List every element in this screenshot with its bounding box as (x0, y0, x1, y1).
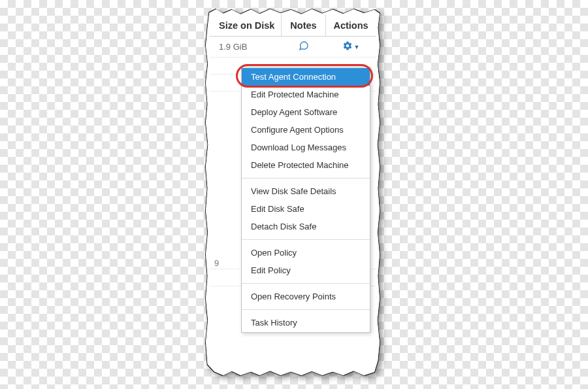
menu-separator (242, 239, 370, 240)
menu-separator (242, 309, 370, 310)
cell-size: 1.9 GiB (210, 37, 282, 57)
cell-actions[interactable]: ▼ (326, 37, 376, 57)
table-header: Size on Disk Notes Actions (210, 14, 376, 37)
actions-dropdown: Test Agent ConnectionEdit Protected Mach… (241, 67, 370, 333)
table-row: 1.9 GiB ▼ (210, 37, 376, 58)
panel-fragment: Size on Disk Notes Actions 1.9 GiB ▼ (206, 9, 380, 375)
menu-item[interactable]: Detach Disk Safe (242, 218, 370, 235)
col-header-notes[interactable]: Notes (282, 14, 326, 36)
caret-down-icon[interactable]: ▼ (354, 44, 360, 50)
menu-item[interactable]: Configure Agent Options (242, 121, 370, 139)
torn-paper: Size on Disk Notes Actions 1.9 GiB ▼ (206, 9, 380, 375)
partial-cell-text: 9 (214, 258, 219, 268)
menu-item[interactable]: Task History (242, 314, 370, 331)
cell-notes[interactable] (282, 37, 326, 57)
col-header-size[interactable]: Size on Disk (210, 14, 282, 36)
panel-content: Size on Disk Notes Actions 1.9 GiB ▼ (210, 14, 376, 370)
menu-item[interactable]: View Disk Safe Details (242, 182, 370, 200)
menu-item[interactable]: Edit Policy (242, 262, 370, 279)
menu-item[interactable]: Deploy Agent Software (242, 103, 370, 121)
menu-item[interactable]: Open Recovery Points (242, 288, 370, 305)
col-header-actions[interactable]: Actions (326, 14, 376, 36)
menu-item[interactable]: Edit Disk Safe (242, 200, 370, 218)
menu-separator (242, 178, 370, 178)
menu-item[interactable]: Download Log Messages (242, 139, 370, 156)
menu-item[interactable]: Delete Protected Machine (242, 156, 370, 174)
menu-item[interactable]: Test Agent Connection (242, 68, 370, 86)
menu-separator (242, 283, 370, 284)
speech-bubble-icon[interactable] (299, 41, 309, 54)
menu-item[interactable]: Open Policy (242, 244, 370, 262)
menu-item[interactable]: Edit Protected Machine (242, 86, 370, 103)
gear-icon[interactable] (342, 41, 353, 53)
